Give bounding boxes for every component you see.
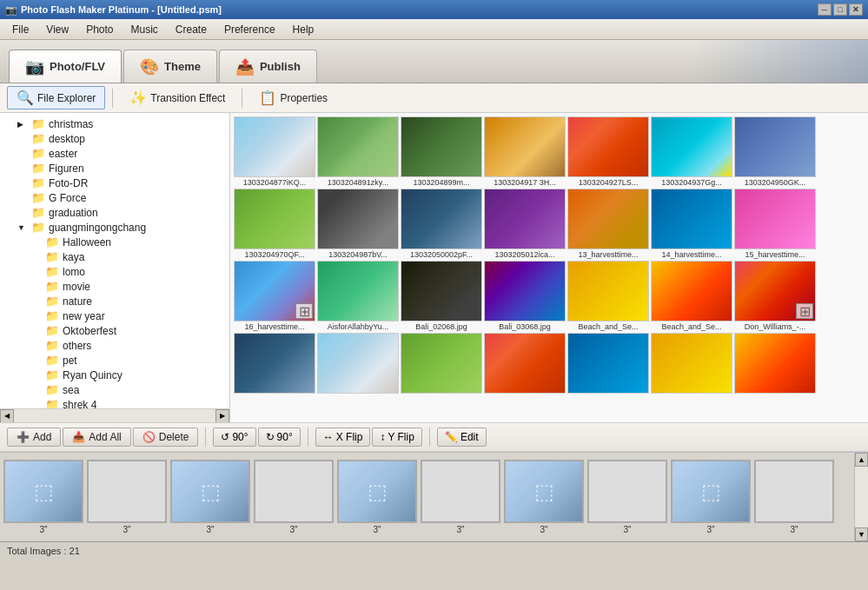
folder-label: Foto-DR (49, 177, 88, 189)
yflip-button[interactable]: ↕ Y Flip (372, 428, 421, 447)
toolbar-file-explorer[interactable]: 🔍 File Explorer (7, 86, 105, 109)
edit-button[interactable]: ✏️ Edit (437, 428, 487, 447)
folder-item-oktoberfest[interactable]: 📁Oktoberfest (0, 323, 229, 338)
menu-music[interactable]: Music (123, 22, 167, 37)
fs-scroll-track[interactable] (855, 467, 868, 527)
folder-item-new-year[interactable]: 📁new year (0, 308, 229, 323)
menu-create[interactable]: Create (167, 22, 215, 37)
menu-photo[interactable]: Photo (77, 22, 122, 37)
folder-item-movie[interactable]: 📁movie (0, 279, 229, 294)
folder-item-nature[interactable]: 📁nature (0, 294, 229, 308)
folder-item-kaya[interactable]: 📁kaya (0, 249, 229, 264)
photo-cell-p6[interactable]: 1303204937Gg... (651, 116, 732, 187)
filmstrip-item-fs8[interactable]: 3" (587, 460, 667, 534)
folder-icon: 📁 (45, 250, 59, 263)
close-button[interactable]: ✕ (849, 3, 863, 16)
folder-item-christmas[interactable]: ▶📁christmas (0, 116, 229, 131)
folder-item-foto-dr[interactable]: 📁Foto-DR (0, 176, 229, 190)
rotate-ccw-button[interactable]: ↺ 90° (213, 428, 255, 447)
tab-publish[interactable]: 📤 Publish (219, 50, 317, 83)
photo-cell-p27[interactable] (651, 333, 732, 394)
photo-cell-p22[interactable] (234, 333, 315, 394)
hscroll-track[interactable] (14, 409, 215, 422)
yflip-icon: ↕ (380, 431, 385, 443)
photo-cell-p21[interactable]: ⊞Don_Williams_-... (734, 261, 816, 331)
folder-item-lomo[interactable]: 📁lomo (0, 264, 229, 279)
filmstrip-item-fs2[interactable]: 3" (87, 460, 167, 534)
filmstrip-item-fs7[interactable]: ⬚3" (504, 460, 584, 534)
filmstrip-item-fs1[interactable]: ⬚3" (3, 460, 83, 534)
filmstrip-item-fs9[interactable]: ⬚3" (671, 460, 751, 534)
menu-view[interactable]: View (37, 22, 77, 37)
folder-item-guangmingongchang[interactable]: ▼📁guangmingongchang (0, 220, 229, 235)
folder-tree[interactable]: ▶📁christmas 📁desktop 📁easter 📁Figuren 📁F… (0, 113, 229, 408)
delete-button[interactable]: 🚫 Delete (133, 428, 199, 447)
photo-cell-p25[interactable] (484, 333, 566, 394)
folder-item-sea[interactable]: 📁sea (0, 382, 229, 397)
menu-help[interactable]: Help (284, 22, 323, 37)
filmstrip-item-fs6[interactable]: 3" (421, 460, 500, 534)
folder-item-easter[interactable]: 📁easter (0, 146, 229, 161)
photo-thumb-p16 (317, 261, 399, 322)
photo-cell-p5[interactable]: 1303204927LS... (567, 116, 649, 187)
photo-cell-p24[interactable] (401, 333, 482, 394)
toolbar-properties[interactable]: 📋 Properties (249, 86, 337, 109)
folder-item-ryan-quincy[interactable]: 📁Ryan Quincy (0, 368, 229, 382)
fs-scroll-up[interactable]: ▲ (855, 453, 868, 467)
photo-cell-p9[interactable]: 1303204987bV... (317, 189, 399, 259)
tab-photo-flv[interactable]: 📷 Photo/FLV (9, 50, 122, 83)
photo-cell-p23[interactable] (317, 333, 399, 394)
folder-item-figuren[interactable]: 📁Figuren (0, 161, 229, 176)
menu-file[interactable]: File (3, 22, 37, 37)
placeholder-icon-fs3: ⬚ (201, 480, 221, 504)
photo-cell-p3[interactable]: 1303204899m... (401, 116, 482, 187)
photo-cell-p8[interactable]: 1303204970QF... (234, 189, 315, 259)
menu-preference[interactable]: Preference (215, 22, 284, 37)
filmstrip-scrollbar[interactable]: ▲ ▼ (854, 453, 868, 541)
photo-cell-p2[interactable]: 1303204891zky... (317, 116, 399, 187)
folder-item-graduation[interactable]: 📁graduation (0, 205, 229, 220)
photo-cell-p14[interactable]: 15_harvesttime... (734, 189, 816, 259)
photo-cell-p4[interactable]: 1303204917 3H... (484, 116, 566, 187)
filmstrip-item-fs10[interactable]: 3" (754, 460, 834, 534)
xflip-button[interactable]: ↔ X Flip (315, 428, 371, 447)
photo-cell-p20[interactable]: Beach_and_Se... (651, 261, 732, 331)
photo-cell-p15[interactable]: ⊞16_harvesttime... (234, 261, 315, 331)
hscroll-left[interactable]: ◀ (0, 409, 14, 423)
expand-icon: ▶ (17, 120, 26, 129)
folder-hscrollbar[interactable]: ◀ ▶ (0, 408, 229, 422)
photo-cell-p1[interactable]: 1303204877iKQ... (234, 116, 315, 187)
photo-cell-p7[interactable]: 1303204950GK... (734, 116, 816, 187)
photo-cell-p18[interactable]: Bali_03068.jpg (484, 261, 566, 331)
photo-cell-p13[interactable]: 14_harvesttime... (651, 189, 732, 259)
hscroll-right[interactable]: ▶ (215, 409, 229, 423)
add-button[interactable]: ➕ Add (7, 428, 61, 447)
photo-cell-p26[interactable] (567, 333, 649, 394)
add-all-button[interactable]: 📥 Add All (63, 428, 130, 447)
photo-cell-p19[interactable]: Beach_and_Se... (567, 261, 649, 331)
filmstrip-item-fs4[interactable]: 3" (254, 460, 334, 534)
tab-theme[interactable]: 🎨 Theme (123, 50, 217, 83)
folder-item-shrek-4[interactable]: 📁shrek 4 (0, 397, 229, 408)
folder-item-g-force[interactable]: 📁G Force (0, 190, 229, 205)
filmstrip-item-fs3[interactable]: ⬚3" (170, 460, 250, 534)
photo-cell-p11[interactable]: 1303205012ica... (484, 189, 566, 259)
photo-panel[interactable]: 1303204877iKQ...1303204891zky...13032048… (230, 113, 868, 422)
photo-cell-p17[interactable]: Bali_02068.jpg (401, 261, 482, 331)
photo-cell-p12[interactable]: 13_harvesttime... (567, 189, 649, 259)
photo-cell-p10[interactable]: 13032050002pF... (401, 189, 482, 259)
folder-item-others[interactable]: 📁others (0, 338, 229, 353)
minimize-button[interactable]: ─ (818, 3, 832, 16)
toolbar-transition-effect[interactable]: ✨ Transition Effect (120, 86, 235, 109)
photo-cell-p16[interactable]: AisforAllahbyYu... (317, 261, 399, 331)
folder-label: new year (63, 310, 105, 322)
rotate-cw-button[interactable]: ↻ 90° (258, 428, 301, 447)
fs-scroll-down[interactable]: ▼ (855, 527, 868, 541)
folder-item-pet[interactable]: 📁pet (0, 353, 229, 368)
folder-item-desktop[interactable]: 📁desktop (0, 131, 229, 146)
photo-cell-p28[interactable] (734, 333, 816, 394)
folder-item-halloween[interactable]: 📁Halloween (0, 235, 229, 249)
maximize-button[interactable]: □ (833, 3, 847, 16)
titlebar-controls[interactable]: ─ □ ✕ (818, 3, 863, 16)
filmstrip-item-fs5[interactable]: ⬚3" (337, 460, 417, 534)
